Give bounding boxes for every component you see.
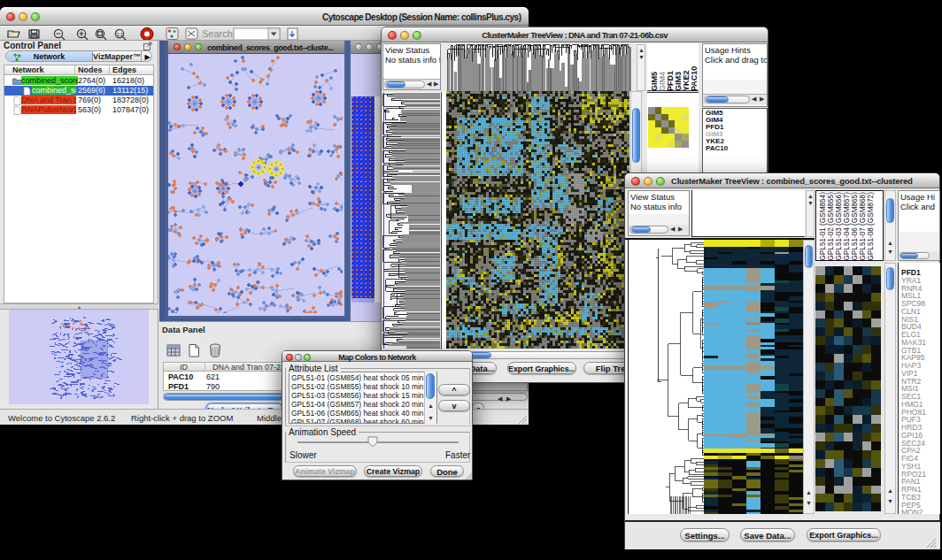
svg-text:Search:: Search:: [202, 28, 236, 39]
svg-text:1:1: 1:1: [117, 32, 124, 37]
